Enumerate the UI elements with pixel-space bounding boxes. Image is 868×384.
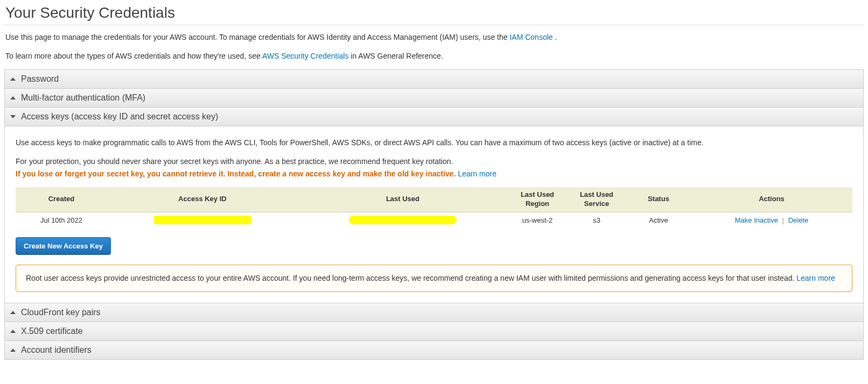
access-keys-desc-1: Use access keys to make programmatic cal… <box>16 137 852 148</box>
section-account-identifiers-label: Account identifiers <box>21 345 92 355</box>
access-keys-desc-2: For your protection, you should never sh… <box>16 156 852 167</box>
root-user-warning-text: Root user access keys provide unrestrict… <box>26 274 796 282</box>
section-mfa[interactable]: Multi-factor authentication (MFA) <box>5 88 863 107</box>
cell-last-used-service: s3 <box>567 212 626 227</box>
th-last-used-region: Last Used Region <box>508 187 567 212</box>
access-keys-table: Created Access Key ID Last Used Last Use… <box>16 187 852 227</box>
section-access-keys[interactable]: Access keys (access key ID and secret ac… <box>5 107 863 126</box>
cell-status: Active <box>626 212 691 227</box>
th-status: Status <box>626 187 691 212</box>
secret-key-warning: If you lose or forget your secret key, y… <box>16 169 456 178</box>
th-actions: Actions <box>691 187 852 212</box>
chevron-up-icon <box>10 330 16 333</box>
chevron-up-icon <box>10 96 16 99</box>
cell-last-used-region: us-west-2 <box>508 212 567 227</box>
make-inactive-link[interactable]: Make Inactive <box>735 216 778 224</box>
cell-key-id <box>107 212 298 227</box>
th-last-used: Last Used <box>298 187 508 212</box>
section-cloudfront[interactable]: CloudFront key pairs <box>5 303 863 322</box>
th-key-id: Access Key ID <box>107 187 298 212</box>
section-x509[interactable]: X.509 certificate <box>5 322 863 340</box>
access-keys-warning-line: If you lose or forget your secret key, y… <box>16 168 852 180</box>
iam-console-link[interactable]: IAM Console <box>509 33 552 41</box>
page-title: Your Security Credentials <box>4 4 864 22</box>
learn-more-link[interactable]: Learn more <box>458 169 496 178</box>
section-mfa-label: Multi-factor authentication (MFA) <box>21 93 145 103</box>
table-row: Jul 10th 2022 us-west-2 s3 Active Make I… <box>16 212 852 227</box>
th-created: Created <box>16 187 107 212</box>
redacted-last-used <box>349 216 457 224</box>
create-new-access-key-button[interactable]: Create New Access Key <box>16 237 111 255</box>
credentials-accordion: Password Multi-factor authentication (MF… <box>4 69 864 360</box>
th-last-used-service: Last Used Service <box>567 187 626 212</box>
redacted-key-id <box>154 216 251 224</box>
title-divider <box>4 25 864 25</box>
root-user-warning-box: Root user access keys provide unrestrict… <box>16 265 852 292</box>
chevron-up-icon <box>10 311 16 314</box>
section-account-identifiers[interactable]: Account identifiers <box>5 340 863 359</box>
delete-link[interactable]: Delete <box>788 216 809 224</box>
chevron-up-icon <box>10 77 16 81</box>
section-password-label: Password <box>21 74 59 84</box>
info-box-learn-more-link[interactable]: Learn more <box>796 274 835 282</box>
cell-actions: Make Inactive | Delete <box>691 212 852 227</box>
intro-line-2: To learn more about the types of AWS cre… <box>4 51 864 62</box>
chevron-down-icon <box>10 115 16 118</box>
intro-text-2-post: in AWS General Reference. <box>348 52 443 60</box>
intro-text-1-pre: Use this page to manage the credentials … <box>5 33 509 41</box>
cell-created: Jul 10th 2022 <box>16 212 107 227</box>
intro-text-2-pre: To learn more about the types of AWS cre… <box>5 52 262 60</box>
section-x509-label: X.509 certificate <box>21 326 83 336</box>
chevron-up-icon <box>10 349 16 352</box>
action-separator: | <box>782 216 784 224</box>
intro-line-1: Use this page to manage the credentials … <box>4 32 864 43</box>
section-cloudfront-label: CloudFront key pairs <box>21 308 101 317</box>
access-keys-panel: Use access keys to make programmatic cal… <box>5 126 863 303</box>
section-access-keys-label: Access keys (access key ID and secret ac… <box>21 112 218 122</box>
aws-security-credentials-link[interactable]: AWS Security Credentials <box>262 52 349 60</box>
intro-text-1-post: . <box>553 33 557 41</box>
cell-last-used <box>298 212 508 227</box>
section-password[interactable]: Password <box>5 70 863 88</box>
